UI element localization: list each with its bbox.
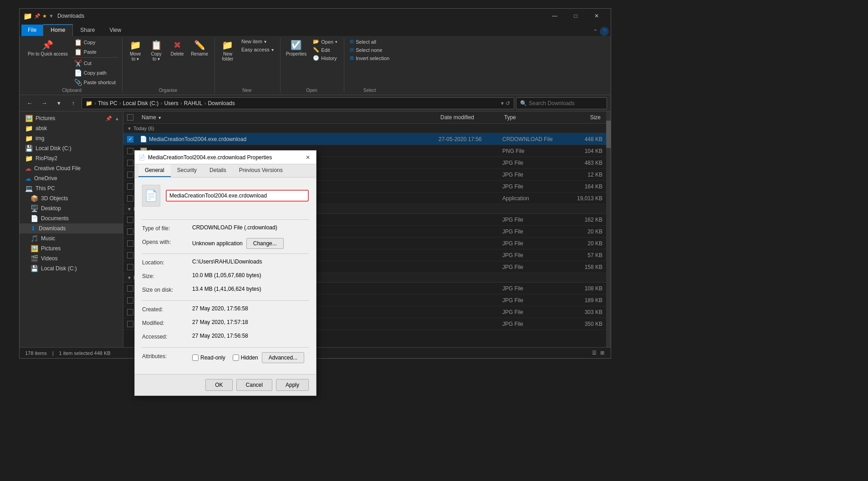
- sidebar-item-3d-objects[interactable]: 📦 3D Objects: [20, 193, 123, 203]
- maximize-button[interactable]: □: [565, 9, 586, 23]
- view-details-icon[interactable]: ☰: [591, 349, 597, 357]
- sidebar-item-documents[interactable]: 📄 Documents: [20, 213, 123, 223]
- sidebar-item-img[interactable]: 📁 img: [20, 133, 123, 143]
- ribbon-collapse-icon[interactable]: ⌃: [593, 28, 598, 35]
- apply-button[interactable]: Apply: [276, 379, 309, 391]
- address-path[interactable]: 📁 › This PC › Local Disk (C:) › Users › …: [82, 97, 514, 109]
- dialog-row-location: Location: C:\Users\RAHUL\Downloads: [142, 258, 309, 268]
- new-folder-button[interactable]: 📁 Newfolder: [218, 38, 238, 63]
- breadcrumb-users[interactable]: Users: [164, 100, 178, 106]
- sidebar-item-onedrive[interactable]: ☁ OneDrive: [20, 173, 123, 183]
- sidebar-item-pictures-pinned[interactable]: 🖼️ Pictures 📌 ▲: [20, 113, 123, 123]
- sidebar-item-local-disk-c[interactable]: 💾 Local Disk (C:): [20, 263, 123, 273]
- sidebar-item-videos[interactable]: 🎬 Videos: [20, 253, 123, 263]
- up-button[interactable]: ↑: [67, 97, 80, 109]
- view-large-icon[interactable]: ⊞: [599, 349, 605, 357]
- dialog-tabs: General Security Details Previous Versio…: [135, 164, 316, 177]
- sidebar-item-downloads[interactable]: ⬇ Downloads: [20, 223, 123, 233]
- dialog-row-accessed: Accessed: 27 May 2020, 17:56:58: [142, 333, 309, 343]
- col-header-size[interactable]: Size: [562, 111, 602, 123]
- sidebar-item-pictures-main[interactable]: 🖼️ Pictures: [20, 243, 123, 253]
- breadcrumb-downloads[interactable]: Downloads: [208, 100, 235, 106]
- edit-button[interactable]: ✏️ Edit: [310, 46, 340, 54]
- copy-to-icon: 📋: [151, 40, 162, 51]
- dialog-tab-security[interactable]: Security: [171, 164, 203, 177]
- copy-to-button[interactable]: 📋 Copyto ▾: [146, 38, 166, 63]
- breadcrumb-rahul[interactable]: RAHUL: [184, 100, 203, 106]
- select-all-button[interactable]: ⊞ Select all: [347, 38, 392, 46]
- move-to-button[interactable]: 📁 Moveto ▾: [125, 38, 145, 63]
- recent-locations-button[interactable]: ▾: [52, 97, 65, 109]
- help-icon[interactable]: ?: [600, 27, 609, 36]
- rename-button[interactable]: ✏️ Rename: [188, 38, 211, 58]
- close-button[interactable]: ✕: [586, 9, 607, 23]
- tab-share[interactable]: Share: [73, 25, 102, 36]
- select-all-checkbox[interactable]: [127, 114, 133, 121]
- breadcrumb-this-pc[interactable]: This PC: [98, 100, 117, 106]
- sidebar-item-this-pc[interactable]: 💻 This PC: [20, 183, 123, 193]
- select-items: ⊞ Select all ⊟ Select none ⊠ Invert sele…: [347, 38, 392, 87]
- minimize-button[interactable]: —: [544, 9, 565, 23]
- ok-button[interactable]: OK: [205, 379, 232, 391]
- scrollbar-vertical[interactable]: [606, 111, 611, 347]
- file-row-crdownload[interactable]: ✓ 📄 MediaCreationTool2004.exe.crdownload…: [123, 133, 606, 145]
- dialog-tab-details[interactable]: Details: [203, 164, 233, 177]
- dialog-tab-general[interactable]: General: [138, 164, 171, 177]
- sidebar-item-creative-cloud[interactable]: ☁ Creative Cloud File: [20, 163, 123, 173]
- cancel-button[interactable]: Cancel: [236, 379, 272, 391]
- invert-selection-button[interactable]: ⊠ Invert selection: [347, 54, 392, 62]
- copy-path-button[interactable]: 📄 Copy path: [71, 68, 118, 77]
- file-checkbox-crdownload[interactable]: ✓: [127, 136, 133, 142]
- dialog-filename-input[interactable]: [166, 190, 309, 202]
- history-button[interactable]: 🕐 History: [310, 54, 340, 62]
- properties-button[interactable]: ☑️ Properties: [283, 38, 310, 58]
- readonly-checkbox[interactable]: [192, 354, 199, 361]
- pin-to-quick-access-button[interactable]: 📌 Pin to Quick access: [25, 38, 71, 58]
- col-header-date[interactable]: Date modified: [439, 111, 502, 123]
- cut-button[interactable]: ✂️ Cut: [71, 59, 118, 68]
- sidebar-item-local-disk[interactable]: 💾 Local Disk (C:): [20, 143, 123, 153]
- select-none-button[interactable]: ⊟ Select none: [347, 46, 392, 54]
- sidebar-item-desktop[interactable]: 🖥️ Desktop: [20, 203, 123, 213]
- col-header-name[interactable]: Name ▼: [140, 111, 439, 123]
- properties-dialog: 📄 MediaCreationTool2004.exe.crdownload P…: [134, 150, 317, 396]
- back-button[interactable]: ←: [23, 97, 36, 109]
- new-item-button[interactable]: New item ▾: [239, 38, 276, 45]
- sidebar-item-absk[interactable]: 📁 absk: [20, 123, 123, 133]
- delete-button[interactable]: ✖ Delete: [167, 38, 187, 58]
- breadcrumb-local-disk[interactable]: Local Disk (C:): [123, 100, 159, 106]
- tab-home[interactable]: Home: [43, 24, 73, 36]
- history-icon: 🕐: [313, 55, 319, 61]
- title-bar-title: Downloads: [57, 13, 544, 19]
- advanced-button[interactable]: Advanced...: [262, 352, 304, 363]
- paste-shortcut-button[interactable]: 📎 Paste shortcut: [71, 78, 118, 87]
- dialog-tab-previous-versions[interactable]: Previous Versions: [233, 164, 289, 177]
- change-button[interactable]: Change...: [246, 238, 284, 249]
- tab-view[interactable]: View: [102, 25, 128, 36]
- refresh-icon[interactable]: ↺: [505, 100, 510, 106]
- search-box[interactable]: 🔍: [516, 97, 607, 109]
- dialog-row-size-disk: Size on disk: 13.4 MB (1,41,06,624 bytes…: [142, 286, 309, 296]
- file-checkbox-g-png[interactable]: [127, 148, 133, 154]
- col-header-type[interactable]: Type: [502, 111, 562, 123]
- opens-with-label: Opens with:: [142, 238, 192, 249]
- copy-button[interactable]: 📋 Copy: [71, 38, 118, 47]
- forward-button[interactable]: →: [38, 97, 51, 109]
- paste-button[interactable]: 📋 Paste: [71, 47, 118, 56]
- collapse-earlier-icon[interactable]: ▼: [127, 275, 132, 280]
- collapse-today-icon[interactable]: ▼: [127, 126, 132, 131]
- ribbon: 📌 Pin to Quick access 📋 Copy 📋 Paste ✂️: [20, 36, 611, 95]
- search-input[interactable]: [529, 100, 603, 106]
- easy-access-button[interactable]: Easy access ▾: [239, 46, 276, 53]
- scrollbar-thumb[interactable]: [606, 121, 611, 148]
- open-button[interactable]: 📂 Open ▾: [310, 38, 340, 46]
- hidden-checkbox[interactable]: [233, 354, 239, 361]
- collapse-lastweek-icon[interactable]: ▼: [127, 207, 132, 212]
- readonly-label: Read-only: [200, 354, 225, 361]
- sidebar-item-rioplay2[interactable]: 📁 RioPlay2: [20, 153, 123, 163]
- dialog-close-button[interactable]: ✕: [303, 153, 312, 162]
- tab-file[interactable]: File: [21, 25, 43, 36]
- pin-ribbon-icon: 📌: [42, 40, 53, 51]
- size-label: Size:: [142, 272, 192, 282]
- sidebar-item-music[interactable]: 🎵 Music: [20, 233, 123, 243]
